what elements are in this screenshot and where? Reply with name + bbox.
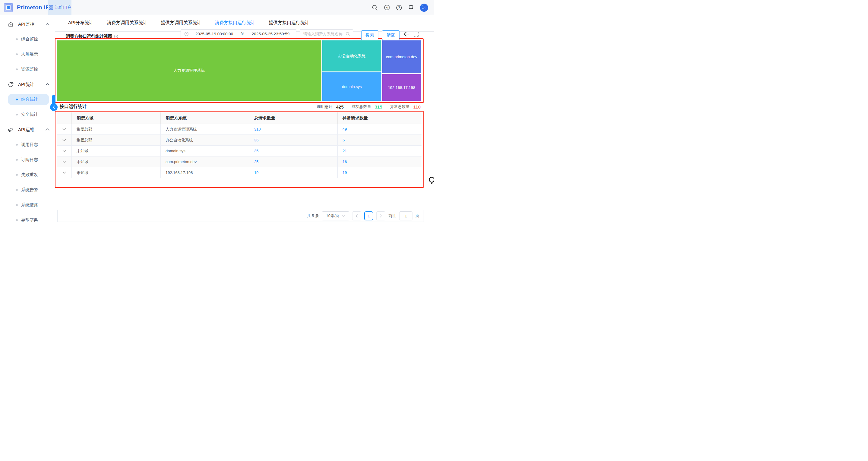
pagination-total: 共 5 条 [307,213,319,219]
goto-page-input[interactable] [399,211,412,220]
help-icon[interactable]: ? [396,4,402,11]
sidebar-item-subscribe-logs[interactable]: 订阅日志 [0,152,55,167]
next-page-button[interactable] [376,211,385,220]
date-separator: 至 [240,31,245,36]
megaphone-icon [8,127,13,133]
sidebar-item-monitor-overview[interactable]: 综合监控 [0,32,55,47]
error-requests-link[interactable]: 16 [342,159,347,164]
sidebar-group-api-monitor[interactable]: API监控 [0,17,55,32]
date-end[interactable]: 2025-05-25 23:59:59 [252,32,289,36]
row-expand-chevron[interactable] [57,146,72,156]
portal-tab-ops[interactable]: 运维门户 [48,0,71,15]
tab-consumer-api-run-stats[interactable]: 消费方接口运行统计 [214,15,256,31]
error-requests-link[interactable]: 49 [342,127,347,131]
sidebar-item-stats-overview[interactable]: 综合统计 [0,92,55,107]
sidebar-item-resource-monitor[interactable]: 资源监控 [0,62,55,77]
sidebar-item-call-logs[interactable]: 调用日志 [0,137,55,152]
treemap-block-ip-address[interactable]: 192.168.17.198 [382,74,421,101]
sidebar-item-failure-resend[interactable]: 失败重发 [0,167,55,182]
notification-bell-icon[interactable] [408,4,414,11]
search-icon[interactable] [372,4,378,11]
sidebar-item-system-alerts[interactable]: 系统告警 [0,182,55,197]
bullet-dot [16,144,18,146]
row-expand-chevron[interactable] [57,124,72,134]
treemap-block-domain-sys[interactable]: domain.sys [322,72,381,101]
error-requests-link[interactable]: 5 [342,138,345,142]
row-expand-chevron[interactable] [57,135,72,145]
page-size-select[interactable]: 10条/页 [322,211,349,220]
bullet-dot [16,53,18,55]
user-avatar[interactable]: 运 [420,4,428,12]
tab-provider-api-run-stats[interactable]: 提供方接口运行统计 [268,15,310,31]
total-requests-link[interactable]: 310 [254,127,261,131]
table-row[interactable]: 未知域 domain.sys 35 21 [57,146,422,156]
stat-success-label: 成功总数量 [351,104,371,110]
app-logo[interactable]: P [4,3,13,12]
clear-button[interactable]: 清空 [382,30,400,40]
chevron-left-icon [53,105,55,109]
current-page-button[interactable]: 1 [364,211,373,220]
row-expand-chevron[interactable] [57,167,72,178]
tab-provider-call-relation[interactable]: 提供方调用关系统计 [160,15,202,31]
sidebar-group-api-stats[interactable]: API统计 [0,77,55,92]
app-window: P Primeton iPaaS 运维门户 AI [0,0,434,230]
table-row[interactable]: 未知域 com.primeton.dev 25 16 [57,156,422,167]
sidebar-item-exception-dict[interactable]: 异常字典 [0,213,55,228]
svg-text:P: P [7,6,9,9]
tab-api-distribution[interactable]: API分布统计 [68,15,94,31]
topbar-actions: AI ? 运 [372,0,428,15]
treemap-block-hr-system[interactable]: 人力资源管理系统 [57,40,321,101]
pagination-bar: 共 5 条 10条/页 1 前往 页 [57,210,424,222]
consumer-search-input[interactable] [303,31,345,36]
bullet-dot [16,68,18,70]
section-title-run-stats: 接口运行统计 [60,104,87,110]
bullet-dot [16,38,18,40]
bullet-dot [16,99,18,100]
sidebar-item-security-stats[interactable]: 安全统计 [0,107,55,122]
main-content: API分布统计 消费方调用关系统计 提供方调用关系统计 消费方接口运行统计 提供… [55,15,434,230]
sidebar-item-system-links[interactable]: 系统链路 [0,197,55,213]
table-row[interactable]: 集团总部 办公自动化系统 36 5 [57,135,422,146]
chevron-up-icon [45,23,50,25]
sidebar-collapse-button[interactable] [50,103,58,111]
ai-assistant-icon[interactable]: AI [384,4,390,11]
bullet-dot [16,219,18,221]
table-row[interactable]: 集团总部 人力资源管理系统 310 49 [57,124,422,135]
tab-consumer-call-relation[interactable]: 消费方调用关系统计 [106,15,148,31]
treemap-block-com-primeton-dev[interactable]: com.primeton.dev [382,40,421,73]
svg-text:AI: AI [386,6,388,9]
pie-chart-icon [8,82,13,87]
date-range-picker[interactable]: 2025-05-19 00:00:00 至 2025-05-25 23:59:5… [181,29,297,38]
prev-page-button[interactable] [352,211,361,220]
search-small-icon[interactable] [345,32,350,36]
sidebar-group-api-ops[interactable]: API运维 [0,122,55,137]
top-bar: P Primeton iPaaS 运维门户 AI [0,0,434,15]
table-header-total: 总请求数量 [249,113,338,124]
date-start[interactable]: 2025-05-19 00:00:00 [195,32,233,36]
search-button[interactable]: 搜索 [361,30,378,40]
primeton-logo-icon: P [4,3,13,12]
sidebar-item-big-screen[interactable]: 大屏展示 [0,47,55,62]
consumer-stats-table: 消费方域 消费方系统 总请求数量 异常请求数量 集团总部 人力资源管理系统 31… [57,113,422,178]
row-expand-chevron[interactable] [57,156,72,167]
consumer-treemap-chart: 人力资源管理系统 办公自动化系统 domain.sys com.primeton… [57,40,421,101]
treemap-middle-column: 办公自动化系统 domain.sys [322,40,381,101]
home-icon [8,22,13,27]
fullscreen-icon[interactable] [413,31,419,37]
info-question-icon[interactable]: ? [114,34,118,39]
grid-icon [49,5,53,10]
total-requests-link[interactable]: 25 [254,159,258,164]
error-requests-link[interactable]: 19 [342,171,347,175]
total-requests-link[interactable]: 19 [254,171,258,175]
goto-label: 前往 [388,213,396,219]
chevron-up-icon [45,128,50,131]
total-requests-link[interactable]: 36 [254,138,258,142]
sidebar-group-label: API监控 [18,22,45,27]
treemap-block-oa-system[interactable]: 办公自动化系统 [322,40,381,71]
error-requests-link[interactable]: 21 [342,149,347,153]
total-requests-link[interactable]: 35 [254,149,258,153]
stat-total-value: 425 [336,104,344,110]
table-row[interactable]: 未知域 192.168.17.198 19 19 [57,167,422,178]
consumer-search-box [300,29,353,38]
back-arrow-icon[interactable] [403,31,410,37]
